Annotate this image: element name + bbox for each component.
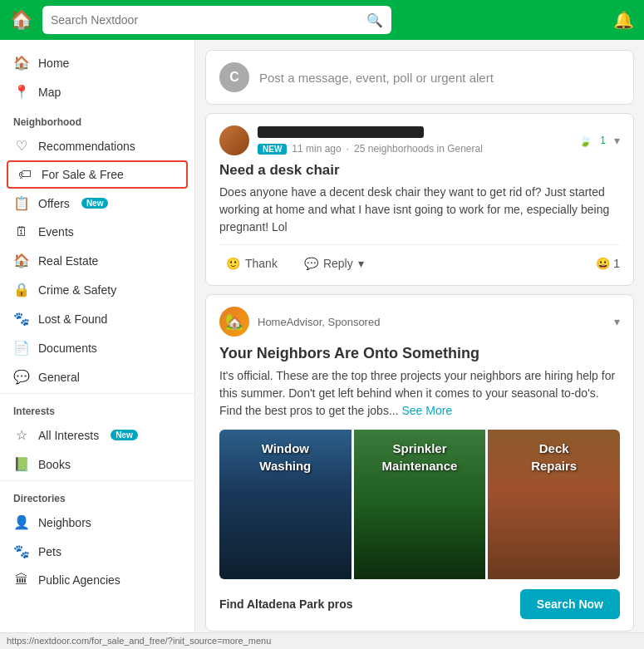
sidebar-item-lost-found[interactable]: 🐾 Lost & Found (0, 304, 194, 333)
sidebar-recommendations-label: Recommendations (38, 140, 135, 153)
sidebar-item-offers[interactable]: 📋 Offers New (0, 189, 194, 218)
interests-new-badge: New (111, 430, 138, 440)
post-chevron-icon[interactable]: ▾ (614, 134, 620, 147)
post-neighborhoods: 25 neighborhoods in General (354, 143, 483, 155)
home-icon: 🏠 (13, 55, 30, 71)
reaction-count: 1 (613, 257, 620, 270)
home-nav-icon[interactable]: 🏠 (10, 9, 32, 31)
sidebar-item-neighbors[interactable]: 👤 Neighbors (0, 508, 194, 537)
sidebar-map-label: Map (38, 86, 61, 99)
ad-chevron-icon[interactable]: ▾ (614, 315, 620, 328)
neighborhood-section-label: Neighborhood (0, 106, 194, 131)
sidebar-item-books[interactable]: 📗 Books (0, 450, 194, 479)
public-agencies-icon: 🏛 (13, 573, 30, 588)
search-icon: 🔍 (366, 12, 383, 28)
sidebar-pets-label: Pets (38, 545, 61, 558)
sidebar-item-home[interactable]: 🏠 Home (0, 48, 194, 77)
notifications-bell-icon[interactable]: 🔔 (613, 10, 634, 30)
sidebar-neighbors-label: Neighbors (38, 516, 91, 529)
ad-image-label-3: DeckRepairs (531, 440, 577, 474)
post-avatar-1 (219, 125, 249, 155)
see-more-link[interactable]: See More (401, 404, 452, 417)
sidebar-real-estate-label: Real Estate (38, 254, 98, 268)
sidebar-crime-safety-label: Crime & Safety (38, 283, 116, 297)
ad-image-window-washing: WindowWashing (219, 430, 351, 579)
leaf-icon: 🍃 (578, 135, 592, 147)
sidebar-item-general[interactable]: 💬 General (0, 362, 194, 391)
post-meta-1: NEW 11 min ago · 25 neighborhoods in Gen… (258, 143, 570, 155)
reply-icon: 💬 (304, 257, 318, 270)
tag-icon: 🏷 (17, 167, 33, 182)
ad-header: 🏡 HomeAdvisor, Sponsored ▾ (219, 307, 620, 337)
post-header-1: NEW 11 min ago · 25 neighborhoods in Gen… (219, 125, 620, 155)
main-layout: 🏠 Home 📍 Map Neighborhood ♡ Recommendati… (0, 40, 644, 649)
sidebar-item-crime-safety[interactable]: 🔒 Crime & Safety (0, 275, 194, 304)
ad-title: Your Neighbors Are Onto Something (219, 345, 620, 362)
post-user-info-1: NEW 11 min ago · 25 neighborhoods in Gen… (258, 126, 570, 155)
statusbar-url: https://nextdoor.com/for_sale_and_free/?… (7, 636, 271, 646)
ad-body: It's official. These are the top three p… (219, 367, 620, 420)
post-card-1: NEW 11 min ago · 25 neighborhoods in Gen… (205, 113, 634, 286)
map-icon: 📍 (13, 84, 30, 100)
offers-icon: 📋 (13, 195, 30, 211)
sidebar-home-label: Home (38, 57, 69, 70)
sidebar-all-interests-label: All Interests (38, 429, 99, 442)
reaction-emoji: 😀 (596, 257, 610, 270)
sidebar-item-events[interactable]: 🗓 Events (0, 218, 194, 246)
thank-button[interactable]: 🙂 Thank (219, 253, 284, 273)
post-actions-1: 🙂 Thank 💬 Reply ▾ 😀 1 (219, 244, 620, 273)
post-time: 11 min ago (292, 143, 341, 155)
sidebar-offers-label: Offers (38, 197, 70, 210)
sidebar-item-recommendations[interactable]: ♡ Recommendations (0, 131, 194, 160)
post-reactions: 😀 1 (596, 257, 620, 270)
sidebar-lost-found-label: Lost & Found (38, 312, 107, 326)
ad-card-homeadvisor: 🏡 HomeAdvisor, Sponsored ▾ Your Neighbor… (205, 294, 634, 632)
sidebar-item-public-agencies[interactable]: 🏛 Public Agencies (0, 566, 194, 594)
reply-button[interactable]: 💬 Reply ▾ (297, 253, 371, 273)
books-icon: 📗 (13, 456, 30, 472)
statusbar: https://nextdoor.com/for_sale_and_free/?… (0, 632, 644, 649)
ad-image-sprinkler: SprinklerMaintenance (354, 430, 486, 579)
search-bar[interactable]: 🔍 (42, 6, 391, 34)
sidebar-item-pets[interactable]: 🐾 Pets (0, 537, 194, 566)
lost-found-icon: 🐾 (13, 311, 30, 327)
composer-placeholder: Post a message, event, poll or urgent al… (259, 71, 494, 85)
real-estate-icon: 🏠 (13, 253, 30, 268)
post-new-badge: NEW (258, 144, 287, 155)
ad-source-text: HomeAdvisor, Sponsored (258, 315, 380, 328)
ad-image-label-1: WindowWashing (259, 440, 311, 474)
sidebar-item-real-estate[interactable]: 🏠 Real Estate (0, 246, 194, 275)
sidebar-item-documents[interactable]: 📄 Documents (0, 333, 194, 362)
ad-image-deck-repairs: DeckRepairs (488, 430, 620, 579)
post-username-redacted-1 (258, 126, 424, 138)
leaf-count: 1 (600, 135, 606, 146)
main-content: C Post a message, event, poll or urgent … (195, 40, 644, 649)
search-input[interactable] (51, 13, 366, 27)
interests-section-label: Interests (0, 396, 194, 420)
ad-image-label-2: SprinklerMaintenance (382, 440, 458, 474)
thank-label: Thank (245, 257, 278, 270)
post-title-1: Need a desk chair (219, 162, 620, 179)
sidebar-item-map[interactable]: 📍 Map (0, 77, 194, 106)
sidebar-item-for-sale-free[interactable]: 🏷 For Sale & Free (7, 160, 188, 189)
sidebar-divider-1 (0, 393, 194, 394)
ad-images-grid: WindowWashing SprinklerMaintenance DeckR… (219, 430, 620, 579)
composer-avatar: C (219, 62, 249, 92)
sidebar: 🏠 Home 📍 Map Neighborhood ♡ Recommendati… (0, 40, 195, 649)
post-body-1: Does anyone have a decent desk chair the… (219, 184, 620, 236)
post-separator: · (347, 143, 349, 155)
sidebar-general-label: General (38, 371, 80, 384)
lock-icon: 🔒 (13, 282, 30, 297)
sidebar-divider-2 (0, 480, 194, 481)
events-icon: 🗓 (13, 224, 30, 239)
reply-chevron-icon: ▾ (358, 257, 364, 270)
post-composer[interactable]: C Post a message, event, poll or urgent … (205, 50, 634, 105)
neighbors-icon: 👤 (13, 514, 30, 530)
offers-new-badge: New (81, 198, 109, 209)
sidebar-documents-label: Documents (38, 342, 97, 355)
star-icon: ☆ (13, 427, 30, 443)
sidebar-books-label: Books (38, 458, 71, 471)
search-now-button[interactable]: Search Now (520, 589, 620, 619)
topnav: 🏠 🔍 🔔 (0, 0, 644, 40)
sidebar-item-all-interests[interactable]: ☆ All Interests New (0, 420, 194, 450)
